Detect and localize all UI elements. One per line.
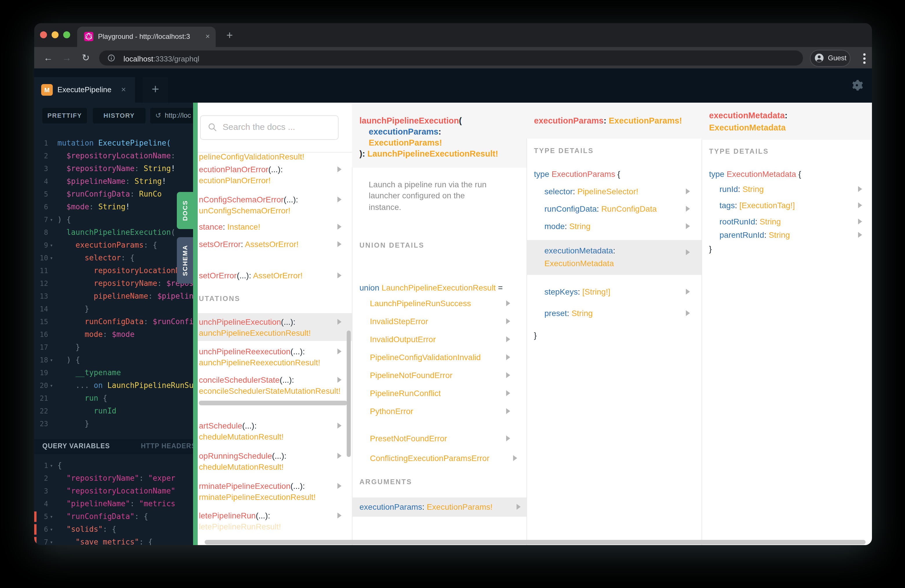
expand-arrow-icon[interactable]: [516, 504, 521, 510]
expand-arrow-icon[interactable]: [337, 453, 341, 459]
settings-gear-icon[interactable]: [851, 79, 863, 94]
tab-query-variables[interactable]: QUERY VARIABLES: [42, 442, 110, 450]
expand-arrow-icon[interactable]: [858, 232, 862, 238]
expand-arrow-icon[interactable]: [506, 372, 510, 378]
union-member[interactable]: LaunchPipelineRunSuccess: [352, 297, 526, 310]
docs-search-input[interactable]: Search the docs ...: [200, 115, 338, 140]
docs-item-type[interactable]: aunchPipelineExecutionResult!: [198, 327, 352, 339]
reload-icon[interactable]: ↻: [79, 51, 93, 65]
expand-arrow-icon[interactable]: [686, 189, 690, 194]
docs-item-type[interactable]: econcileSchedulerStateMutationResult!: [198, 385, 352, 397]
union-member[interactable]: PipelineRunConflict: [352, 387, 526, 399]
horizontal-scrollbar[interactable]: [199, 401, 347, 405]
expand-arrow-icon[interactable]: [337, 241, 341, 247]
fold-arrow-icon[interactable]: ▾: [50, 252, 53, 264]
union-member[interactable]: PresetNotFoundError: [352, 432, 526, 445]
expand-arrow-icon[interactable]: [686, 206, 690, 211]
docs-item-type[interactable]: unConfigSchemaOrError!: [198, 205, 352, 217]
expand-arrow-icon[interactable]: [686, 310, 690, 316]
history-button[interactable]: HISTORY: [93, 108, 146, 124]
type-field[interactable]: selector: PipelineSelector!: [526, 186, 702, 198]
prettify-button[interactable]: PRETTIFY: [42, 108, 87, 124]
docs-item-selected[interactable]: unchPipelineExecution(...):: [198, 316, 352, 328]
fold-arrow-icon[interactable]: ▾: [50, 459, 53, 472]
expand-arrow-icon[interactable]: [337, 483, 341, 489]
window-close-button[interactable]: [40, 31, 47, 38]
docs-item-type[interactable]: aunchPipelineReexecutionResult!: [198, 357, 352, 369]
expand-arrow-icon[interactable]: [506, 318, 510, 324]
argument-row[interactable]: executionParams: ExecutionParams!: [352, 501, 526, 513]
expand-arrow-icon[interactable]: [686, 250, 690, 255]
expand-arrow-icon[interactable]: [337, 377, 341, 383]
schema-side-tab[interactable]: SCHEMA: [177, 237, 193, 284]
type-field-selected-type[interactable]: ExecutionMetadata: [526, 257, 702, 270]
tab-http-headers[interactable]: HTTP HEADERS: [141, 442, 193, 450]
replay-icon[interactable]: ↺: [156, 111, 161, 119]
union-member[interactable]: PipelineNotFoundError: [352, 369, 526, 381]
expand-arrow-icon[interactable]: [506, 435, 510, 441]
endpoint-input[interactable]: ↺http://loc: [150, 108, 193, 124]
type-field[interactable]: parentRunId: String: [702, 229, 872, 241]
browser-menu-icon[interactable]: [863, 53, 865, 65]
docs-item-type[interactable]: cheduleMutationResult!: [198, 431, 352, 443]
address-bar[interactable]: localhost:3333/graphql: [99, 51, 803, 65]
expand-arrow-icon[interactable]: [506, 408, 510, 414]
docs-item[interactable]: nConfigSchemaOrError(...):: [198, 194, 352, 206]
docs-item[interactable]: artSchedule(...):: [198, 420, 352, 432]
docs-item[interactable]: stance: Instance!: [198, 221, 352, 233]
new-tab-button[interactable]: +: [222, 29, 237, 42]
type-field-selected[interactable]: executionMetadata:: [526, 245, 702, 257]
docs-item[interactable]: setsOrError: AssetsOrError!: [198, 238, 352, 251]
playground-tab-close-icon[interactable]: ×: [121, 85, 126, 94]
union-member[interactable]: InvalidStepError: [352, 315, 526, 327]
expand-arrow-icon[interactable]: [337, 423, 341, 429]
expand-arrow-icon[interactable]: [337, 513, 341, 518]
profile-button[interactable]: Guest: [810, 50, 851, 67]
fold-arrow-icon[interactable]: ▾: [50, 510, 53, 523]
browser-tab[interactable]: Playground - http://localhost:3 ×: [77, 27, 216, 47]
type-field[interactable]: mode: String: [526, 220, 702, 232]
back-icon[interactable]: ←: [41, 51, 55, 65]
type-field[interactable]: runId: String: [702, 183, 872, 195]
expand-arrow-icon[interactable]: [686, 223, 690, 229]
union-member[interactable]: PipelineConfigValidationInvalid: [352, 351, 526, 364]
union-member[interactable]: PythonError: [352, 405, 526, 418]
expand-arrow-icon[interactable]: [337, 224, 341, 230]
docs-item[interactable]: setOrError(...): AssetOrError!: [198, 270, 352, 282]
docs-item[interactable]: rminatePipelineExecution(...):: [198, 480, 352, 492]
playground-tab-executepipeline[interactable]: M ExecutePipeline ×: [34, 77, 135, 103]
docs-item[interactable]: concileSchedulerState(...):: [198, 374, 352, 386]
window-zoom-button[interactable]: [63, 31, 70, 38]
tab-close-icon[interactable]: ×: [205, 32, 210, 41]
vertical-scrollbar[interactable]: [347, 331, 351, 457]
docs-item[interactable]: opRunningSchedule(...):: [198, 450, 352, 462]
pane-divider[interactable]: [193, 103, 198, 545]
docs-horizontal-scrollbar[interactable]: [205, 540, 865, 545]
docs-item-type[interactable]: cheduleMutationResult!: [198, 461, 352, 473]
expand-arrow-icon[interactable]: [858, 186, 862, 192]
docs-side-tab[interactable]: DOCS: [177, 192, 193, 229]
type-field[interactable]: preset: String: [526, 307, 702, 319]
info-icon[interactable]: [107, 54, 115, 62]
expand-arrow-icon[interactable]: [506, 300, 510, 306]
fold-arrow-icon[interactable]: ▾: [50, 523, 53, 536]
union-member[interactable]: InvalidOutputError: [352, 334, 526, 346]
docs-item[interactable]: unchPipelineReexecution(...):: [198, 346, 352, 358]
expand-arrow-icon[interactable]: [337, 197, 341, 202]
expand-arrow-icon[interactable]: [337, 319, 341, 325]
expand-arrow-icon[interactable]: [337, 348, 341, 354]
fold-arrow-icon[interactable]: ▾: [50, 213, 53, 226]
expand-arrow-icon[interactable]: [337, 167, 341, 172]
union-member[interactable]: ConflictingExecutionParamsError: [352, 452, 526, 464]
expand-arrow-icon[interactable]: [858, 219, 862, 224]
expand-arrow-icon[interactable]: [858, 202, 862, 208]
expand-arrow-icon[interactable]: [506, 390, 510, 396]
expand-arrow-icon[interactable]: [506, 336, 510, 342]
docs-item[interactable]: pelineConfigValidationResult!: [198, 151, 352, 163]
fold-arrow-icon[interactable]: ▾: [50, 239, 53, 252]
docs-item-type[interactable]: letePipelineRunResult!: [198, 521, 352, 533]
fold-arrow-icon[interactable]: ▾: [50, 379, 53, 392]
type-field[interactable]: stepKeys: [String!]: [526, 286, 702, 298]
expand-arrow-icon[interactable]: [337, 273, 341, 278]
docs-item[interactable]: letePipelineRun(...):: [198, 510, 352, 522]
